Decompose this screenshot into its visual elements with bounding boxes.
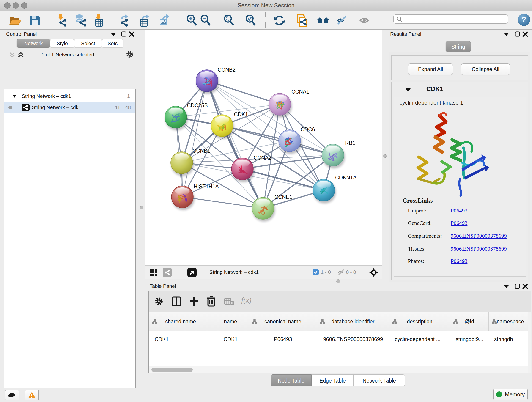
expand-all-button[interactable]: Expand All xyxy=(408,64,453,75)
network-options-gear-icon[interactable] xyxy=(126,51,133,58)
show-all-button[interactable] xyxy=(358,14,371,27)
table-panel: Table Panel f(x) shared namenamecanonica… xyxy=(145,282,532,388)
tab-edge-table[interactable]: Edge Table xyxy=(312,375,354,386)
help-button[interactable]: ? xyxy=(518,13,530,26)
string-panel-toggle-icon[interactable] xyxy=(163,268,172,277)
panel-menu-icon[interactable] xyxy=(111,33,116,36)
tab-node-table[interactable]: Node Table xyxy=(271,375,312,386)
scrollbar-thumb[interactable] xyxy=(152,368,193,372)
left-splitter-handle[interactable] xyxy=(140,206,143,210)
float-panel-icon[interactable] xyxy=(514,283,520,289)
table-options-gear-icon[interactable] xyxy=(154,297,163,306)
table-cell[interactable]: P06493 xyxy=(249,331,317,347)
float-panel-icon[interactable] xyxy=(121,31,127,37)
status-bar: Memory xyxy=(0,388,532,402)
search-input[interactable] xyxy=(402,16,504,22)
network-node-CDC25B[interactable] xyxy=(165,106,188,130)
collection-expand-icon[interactable] xyxy=(12,95,17,98)
memory-status-button[interactable]: Memory xyxy=(493,389,528,400)
table-cell[interactable]: CDK1 xyxy=(149,331,218,347)
function-builder-button[interactable]: f(x) xyxy=(241,296,251,304)
column-header-description[interactable]: description xyxy=(389,313,450,331)
new-network-from-selection-button[interactable] xyxy=(295,14,309,27)
network-row-selected[interactable]: String Network – cdk1 11 48 xyxy=(4,102,135,114)
import-network-from-file-button[interactable] xyxy=(55,14,68,27)
network-node-RB1[interactable] xyxy=(322,144,345,168)
crosslink-link[interactable]: P06493 xyxy=(451,220,467,226)
crosslink-link[interactable]: 9606.ENSP00000378699 xyxy=(451,233,507,239)
column-header-namespace[interactable]: namespace xyxy=(489,313,528,331)
search-field[interactable] xyxy=(393,14,508,24)
panel-menu-icon[interactable] xyxy=(504,285,509,288)
show-columns-icon[interactable] xyxy=(172,296,181,306)
zoom-out-button[interactable] xyxy=(199,14,212,27)
tab-style[interactable]: Style xyxy=(50,39,74,48)
table-cell[interactable]: stringdb xyxy=(489,331,528,347)
fit-selected-crosshair-icon[interactable] xyxy=(369,268,378,277)
export-table-button[interactable] xyxy=(138,14,151,27)
hide-selected-button[interactable] xyxy=(336,14,349,27)
birdseye-view-icon[interactable] xyxy=(149,268,158,277)
delete-table-icon[interactable] xyxy=(224,298,235,306)
apply-layout-button[interactable] xyxy=(273,14,286,27)
network-node-CCNA1[interactable] xyxy=(269,93,292,118)
crosslink-label: GeneCard: xyxy=(408,220,432,226)
create-column-icon[interactable] xyxy=(190,296,199,306)
network-node-HIST1H1A[interactable] xyxy=(171,186,195,210)
network-collection-row[interactable]: String Network – cdk1 1 xyxy=(4,91,135,102)
network-node-count: 11 xyxy=(115,104,120,110)
import-table-from-file-button[interactable] xyxy=(92,14,105,27)
crosslink-link[interactable]: P06493 xyxy=(451,208,467,214)
tab-select[interactable]: Select xyxy=(74,39,102,48)
table-container: f(x) shared namenamecanonical namedataba… xyxy=(148,291,531,373)
tab-network[interactable]: Network xyxy=(17,39,50,48)
table-cell[interactable]: stringdb:9... xyxy=(450,331,494,347)
zoom-fit-button[interactable] xyxy=(222,14,236,27)
table-horizontal-scrollbar[interactable] xyxy=(149,366,528,373)
close-panel-icon[interactable] xyxy=(522,283,528,289)
crosslink-link[interactable]: 9606.ENSP00000378699 xyxy=(451,246,507,252)
column-header-database-identifier[interactable]: database identifier xyxy=(317,313,389,331)
right-splitter-handle[interactable] xyxy=(383,154,386,158)
close-panel-icon[interactable] xyxy=(129,31,135,37)
network-graph[interactable]: CCNB2CCNA1CDC25BCDK1CDC6RB1CCNB1CCNA2CDK… xyxy=(145,30,382,265)
entry-collapse-icon[interactable] xyxy=(405,88,411,92)
zoom-in-button[interactable] xyxy=(185,14,199,27)
column-header-shared-name[interactable]: shared name xyxy=(149,313,212,331)
panel-menu-icon[interactable] xyxy=(504,33,509,36)
column-header-canonical-name[interactable]: canonical name xyxy=(249,313,317,331)
table-cell[interactable]: CDK1 xyxy=(212,331,249,347)
close-panel-icon[interactable] xyxy=(522,31,528,37)
application-window: Session: New Session ? Control Panel xyxy=(0,0,532,402)
export-image-button[interactable] xyxy=(158,14,171,27)
export-network-button[interactable] xyxy=(118,14,131,27)
float-panel-icon[interactable] xyxy=(514,31,520,37)
collapse-all-button[interactable]: Collapse All xyxy=(461,64,510,75)
table-vertical-scrollbar[interactable] xyxy=(528,313,531,373)
first-neighbors-button[interactable] xyxy=(317,14,330,27)
tab-sets[interactable]: Sets xyxy=(102,39,123,48)
network-edge[interactable] xyxy=(222,126,333,155)
zoom-selected-button[interactable] xyxy=(244,14,258,27)
tab-network-table[interactable]: Network Table xyxy=(354,375,405,386)
network-node-CDK1[interactable] xyxy=(211,115,234,139)
network-node-CDKN1A[interactable] xyxy=(313,179,336,204)
warnings-button[interactable] xyxy=(25,390,39,400)
table-row[interactable]: CDK1CDK1P064939606.ENSP00000378699cyclin… xyxy=(149,331,528,347)
import-network-from-database-button[interactable] xyxy=(74,14,87,27)
open-in-browser-icon[interactable] xyxy=(187,268,196,277)
cloud-services-button[interactable] xyxy=(5,390,19,400)
network-node-CDC6[interactable] xyxy=(279,130,302,154)
crosslink-link[interactable]: P06493 xyxy=(451,258,467,264)
selected-checkbox-icon[interactable] xyxy=(312,269,319,275)
delete-column-icon[interactable] xyxy=(206,296,216,307)
open-file-button[interactable] xyxy=(8,14,22,27)
save-session-button[interactable] xyxy=(28,14,42,27)
memory-status-dot-icon xyxy=(496,391,502,397)
table-cell[interactable]: cyclin-dependent ... xyxy=(389,331,456,347)
column-header-name[interactable]: name xyxy=(212,313,249,331)
tab-string[interactable]: String xyxy=(446,41,471,52)
column-header--id[interactable]: @id xyxy=(450,313,489,331)
table-cell[interactable]: 9606.ENSP00000378699 xyxy=(317,331,389,347)
network-node-CCNE1[interactable] xyxy=(252,197,275,222)
